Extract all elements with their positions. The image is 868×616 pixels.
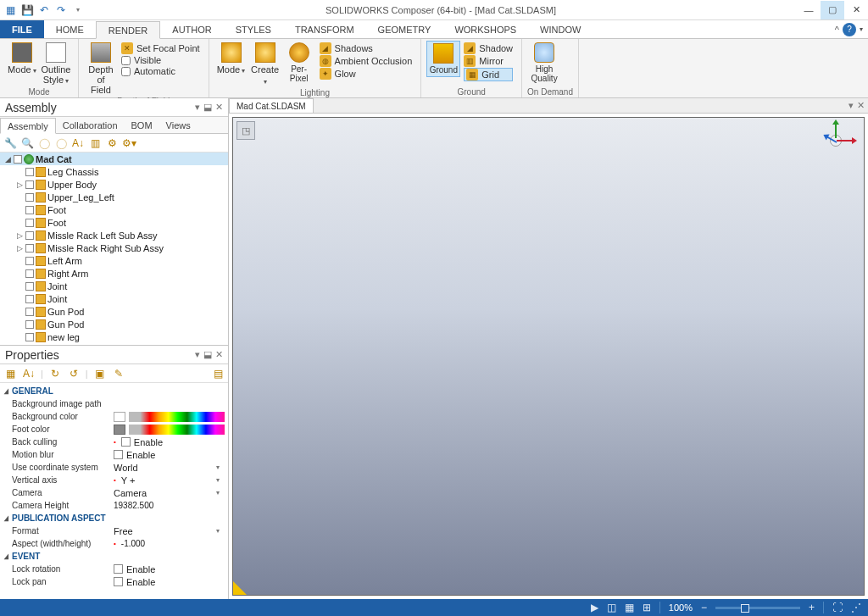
tree-item[interactable]: Foot bbox=[0, 216, 228, 229]
visibility-checkbox[interactable] bbox=[25, 206, 34, 214]
outline-style-button[interactable]: OutlineStyle bbox=[39, 41, 73, 87]
close-doc-icon[interactable]: ✕ bbox=[857, 100, 865, 111]
prop-row[interactable]: Aspect (width/height)-1.000 bbox=[3, 537, 225, 550]
automatic-checkbox[interactable]: Automatic bbox=[121, 66, 200, 76]
tree-item[interactable]: Gun Pod bbox=[0, 305, 228, 318]
ground-button[interactable]: Ground bbox=[426, 41, 460, 77]
color-gradient[interactable] bbox=[129, 412, 225, 422]
undo-icon[interactable]: ↶ bbox=[37, 3, 51, 17]
tab-transform[interactable]: TRANSFORM bbox=[283, 20, 366, 38]
tab-styles[interactable]: STYLES bbox=[224, 20, 283, 38]
enable-checkbox[interactable] bbox=[114, 450, 123, 459]
ground-mirror-button[interactable]: ▥Mirror bbox=[464, 55, 513, 67]
visibility-checkbox[interactable] bbox=[25, 168, 34, 176]
high-quality-button[interactable]: HighQuality bbox=[527, 41, 561, 85]
tree-item[interactable]: Left Arm bbox=[0, 254, 228, 267]
fit-icon[interactable]: ⛶ bbox=[832, 602, 843, 613]
tree-item[interactable]: ▷Missle Rack Left Sub Assy bbox=[0, 229, 228, 241]
dropdown-icon[interactable]: ▾ bbox=[216, 527, 225, 535]
depth-of-field-button[interactable]: Depthof Field bbox=[84, 41, 118, 97]
help-dropdown-icon[interactable]: ▾ bbox=[860, 25, 863, 33]
visibility-checkbox[interactable] bbox=[25, 231, 34, 240]
status-icon[interactable]: ▶ bbox=[591, 602, 598, 613]
status-icon[interactable]: ▦ bbox=[625, 602, 634, 613]
visibility-checkbox[interactable] bbox=[25, 295, 34, 303]
toolbar-icon[interactable]: 🔍 bbox=[20, 136, 34, 150]
visibility-checkbox[interactable] bbox=[25, 244, 34, 253]
tree-item[interactable]: Joint bbox=[0, 280, 228, 292]
viewport-menu-button[interactable]: ◳ bbox=[236, 121, 255, 140]
expand-icon[interactable]: ▷ bbox=[15, 231, 24, 240]
toolbar-icon[interactable]: ▥ bbox=[88, 136, 102, 150]
visibility-checkbox[interactable] bbox=[25, 320, 34, 329]
visibility-checkbox[interactable] bbox=[25, 282, 34, 291]
color-gradient[interactable] bbox=[129, 425, 225, 435]
pin-icon[interactable]: ▾ bbox=[849, 100, 854, 111]
close-panel-icon[interactable]: ✕ bbox=[215, 349, 223, 360]
pin-icon[interactable]: ⬓ bbox=[203, 102, 212, 113]
toolbar-icon[interactable]: ▤ bbox=[211, 367, 225, 380]
toolbar-icon[interactable]: ↻ bbox=[48, 367, 62, 380]
prop-row[interactable]: Use coordinate systemWorld▾ bbox=[3, 461, 225, 474]
enable-checkbox[interactable] bbox=[121, 437, 131, 447]
save-icon[interactable]: 💾 bbox=[20, 3, 34, 17]
expand-icon[interactable]: ▷ bbox=[15, 244, 24, 253]
tab-home[interactable]: HOME bbox=[44, 20, 96, 38]
close-button[interactable]: ✕ bbox=[844, 1, 868, 19]
glow-button[interactable]: ✦Glow bbox=[320, 68, 413, 80]
zoom-out-icon[interactable]: − bbox=[701, 602, 707, 613]
category-event[interactable]: Event bbox=[3, 550, 225, 563]
visibility-checkbox[interactable] bbox=[25, 219, 34, 227]
dropdown-icon[interactable]: ▾ bbox=[216, 463, 225, 471]
set-focal-point-button[interactable]: ✕Set Focal Point bbox=[121, 42, 200, 54]
prop-row[interactable]: Back cullingEnable bbox=[3, 436, 225, 448]
tree-item[interactable]: Gun Pod bbox=[0, 318, 228, 330]
per-pixel-button[interactable]: Per-Pixel bbox=[282, 41, 316, 85]
subtab-bom[interactable]: BOM bbox=[125, 117, 159, 133]
visibility-checkbox[interactable] bbox=[25, 308, 34, 316]
subtab-assembly[interactable]: Assembly bbox=[0, 118, 56, 134]
prop-row[interactable]: Lock rotationEnable bbox=[3, 563, 225, 575]
status-icon[interactable]: ⊞ bbox=[643, 602, 651, 613]
pin-icon[interactable]: ⬓ bbox=[203, 349, 212, 360]
prop-row[interactable]: Background image path bbox=[3, 397, 225, 410]
minimize-button[interactable]: — bbox=[797, 1, 821, 19]
toolbar-icon[interactable]: ▣ bbox=[93, 367, 107, 380]
prop-row[interactable]: Vertical axisY +▾ bbox=[3, 474, 225, 486]
tree-item[interactable]: Right Arm bbox=[0, 267, 228, 280]
toolbar-icon[interactable]: 🔧 bbox=[3, 136, 17, 150]
toolbar-icon[interactable]: A↓ bbox=[22, 367, 36, 380]
visibility-checkbox[interactable] bbox=[25, 180, 34, 189]
shadows-button[interactable]: ◢Shadows bbox=[320, 42, 413, 54]
expand-icon[interactable]: ▷ bbox=[15, 180, 24, 189]
tab-file[interactable]: FILE bbox=[0, 20, 44, 38]
toolbar-icon[interactable]: A↓ bbox=[71, 136, 85, 150]
3d-viewport[interactable]: ◳ bbox=[232, 117, 865, 596]
tree-item[interactable]: ▷Missle Rack Right Sub Assy bbox=[0, 241, 228, 254]
tree-item[interactable]: Joint bbox=[0, 292, 228, 305]
qat-dropdown-icon[interactable]: ▾ bbox=[71, 3, 85, 17]
lighting-create-button[interactable]: Create bbox=[248, 41, 282, 88]
dropdown-icon[interactable]: ▾ bbox=[216, 476, 225, 484]
subtab-views[interactable]: Views bbox=[159, 117, 198, 133]
tab-workshops[interactable]: WORKSHOPS bbox=[442, 20, 528, 38]
prop-row[interactable]: Foot color bbox=[3, 423, 225, 436]
visibility-checkbox[interactable] bbox=[25, 333, 34, 341]
maximize-button[interactable]: ▢ bbox=[821, 1, 844, 19]
tab-geometry[interactable]: GEOMETRY bbox=[366, 20, 443, 38]
status-icon[interactable]: ◫ bbox=[607, 602, 616, 613]
redo-icon[interactable]: ↷ bbox=[54, 3, 68, 17]
resize-grip-icon[interactable]: ⋰ bbox=[851, 602, 861, 613]
enable-checkbox[interactable] bbox=[114, 564, 123, 574]
ground-shadow-button[interactable]: ◢Shadow bbox=[464, 42, 513, 54]
ambient-occlusion-button[interactable]: ◍Ambient Occlusion bbox=[320, 55, 413, 67]
tree-root[interactable]: ◢ Mad Cat bbox=[0, 153, 228, 165]
tree-item[interactable]: new leg bbox=[0, 330, 228, 343]
tree-item[interactable]: ▷Upper Body bbox=[0, 178, 228, 191]
subtab-collaboration[interactable]: Collaboration bbox=[56, 117, 125, 133]
pin-icon[interactable]: ▾ bbox=[195, 349, 200, 360]
close-panel-icon[interactable]: ✕ bbox=[215, 102, 223, 113]
tab-author[interactable]: AUTHOR bbox=[160, 20, 223, 38]
toolbar-icon[interactable]: ⚙▾ bbox=[122, 136, 136, 150]
document-tab[interactable]: Mad Cat.SLDASM bbox=[229, 98, 314, 113]
